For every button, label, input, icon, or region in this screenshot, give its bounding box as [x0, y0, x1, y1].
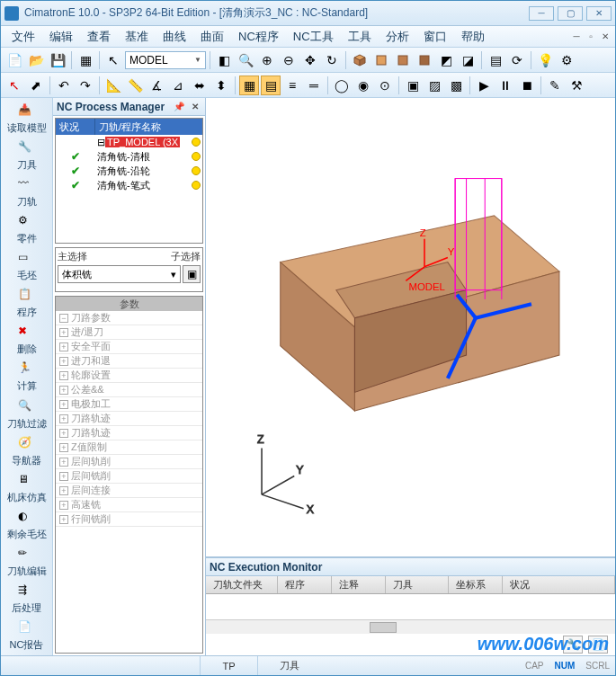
- minimize-button[interactable]: ─: [529, 6, 554, 21]
- measure5-icon[interactable]: ⬌: [190, 76, 210, 95]
- sidebar-calc[interactable]: 🏃计算: [4, 360, 49, 395]
- gear-icon[interactable]: ⚙: [557, 50, 576, 70]
- arrow-select-icon[interactable]: ↖: [4, 76, 24, 95]
- exec-col-status[interactable]: 状况: [503, 576, 615, 593]
- param-row[interactable]: +进/退刀: [56, 325, 202, 340]
- save-button[interactable]: 💾: [48, 50, 67, 70]
- tool2-icon[interactable]: ⚒: [567, 76, 586, 95]
- tool1-icon[interactable]: ✎: [545, 76, 565, 95]
- redo-icon[interactable]: ↷: [76, 76, 95, 95]
- sidebar-nc-report[interactable]: 📄NC报告: [4, 618, 49, 654]
- display3-icon[interactable]: ▩: [446, 76, 466, 95]
- param-row[interactable]: +Z值限制: [56, 440, 202, 455]
- menu-nc-program[interactable]: NC程序: [231, 27, 286, 47]
- panel-close-icon[interactable]: ✕: [189, 101, 201, 113]
- param-row[interactable]: +高速铣: [56, 498, 202, 512]
- proc-row[interactable]: ✔ 清角铣-清根: [56, 149, 202, 164]
- measure3-icon[interactable]: ∡: [147, 76, 166, 95]
- proc-col-name[interactable]: 刀轨/程序名称: [95, 119, 202, 135]
- cube-front-icon[interactable]: [371, 50, 391, 70]
- exec-col-tool[interactable]: 刀具: [386, 576, 449, 593]
- param-row[interactable]: +安全平面: [56, 340, 202, 354]
- inner-restore-button[interactable]: ▫: [585, 31, 597, 43]
- zoom-out-icon[interactable]: ⊖: [279, 50, 299, 70]
- exec-action1-button[interactable]: 🔧: [563, 636, 583, 654]
- cube-top-icon[interactable]: [415, 50, 434, 70]
- 3d-viewport[interactable]: Z Y MODEL Z Y X: [206, 98, 615, 556]
- sidebar-part[interactable]: ⚙零件: [4, 212, 49, 247]
- layer4-icon[interactable]: ═: [304, 76, 324, 95]
- pan-icon[interactable]: ✥: [300, 50, 320, 70]
- menu-datum[interactable]: 基准: [118, 27, 156, 47]
- menu-view[interactable]: 查看: [80, 27, 118, 47]
- node1-icon[interactable]: ◯: [332, 76, 352, 95]
- param-row[interactable]: +层间轨削: [56, 455, 202, 469]
- grid-icon[interactable]: ▦: [76, 50, 95, 70]
- measure6-icon[interactable]: ⬍: [211, 76, 231, 95]
- measure2-icon[interactable]: 📏: [125, 76, 145, 95]
- rotate-icon[interactable]: ↻: [322, 50, 342, 70]
- display2-icon[interactable]: ▨: [424, 76, 444, 95]
- node3-icon[interactable]: ⊙: [375, 76, 395, 95]
- cube-side-icon[interactable]: [393, 50, 413, 70]
- open-button[interactable]: 📂: [26, 50, 46, 70]
- sim1-icon[interactable]: ▶: [474, 76, 494, 95]
- menu-help[interactable]: 帮助: [454, 27, 492, 47]
- param-row[interactable]: +层间连接: [56, 484, 202, 498]
- sidebar-postprocess[interactable]: ⇶后处理: [4, 582, 49, 617]
- process-list[interactable]: 状况 刀轨/程序名称 ⊟ TP_MODEL (3X ✔ 清角铣-清根 ✔: [55, 118, 203, 244]
- sidebar-toolpath[interactable]: 〰刀轨: [4, 175, 49, 210]
- exec-scrollbar[interactable]: [206, 619, 615, 634]
- sidebar-stock[interactable]: ▭毛坯: [4, 249, 49, 284]
- proc-row[interactable]: ✔ 清角铣-沿轮: [56, 164, 202, 178]
- pick-icon[interactable]: ↖: [103, 50, 123, 70]
- proc-col-status[interactable]: 状况: [56, 119, 95, 135]
- bulb-icon[interactable]: 💡: [535, 50, 555, 70]
- zoom-fit-icon[interactable]: 🔍: [236, 50, 255, 70]
- exec-col-folder[interactable]: 刀轨文件夹: [206, 576, 278, 593]
- cube-alt1-icon[interactable]: ◩: [436, 50, 456, 70]
- model-dropdown[interactable]: MODEL ▼: [125, 51, 206, 69]
- node2-icon[interactable]: ◉: [353, 76, 373, 95]
- exec-col-ucs[interactable]: 坐标系: [449, 576, 503, 593]
- exec-col-comment[interactable]: 注释: [332, 576, 386, 593]
- param-row[interactable]: +轮廓设置: [56, 369, 202, 383]
- inner-minimize-button[interactable]: ─: [570, 31, 583, 43]
- param-row[interactable]: +进刀和退: [56, 354, 202, 369]
- maximize-button[interactable]: ▢: [558, 6, 583, 21]
- display1-icon[interactable]: ▣: [403, 76, 423, 95]
- refresh-icon[interactable]: ⟳: [507, 50, 527, 70]
- layer2-icon[interactable]: ▤: [261, 76, 281, 95]
- measure1-icon[interactable]: 📐: [103, 76, 123, 95]
- measure4-icon[interactable]: ⊿: [168, 76, 188, 95]
- sidebar-edit-path[interactable]: ✏刀轨编辑: [4, 545, 49, 580]
- menu-analyze[interactable]: 分析: [379, 27, 416, 47]
- view1-icon[interactable]: ◧: [214, 50, 234, 70]
- zoom-in-icon[interactable]: ⊕: [257, 50, 277, 70]
- pin-icon[interactable]: 📌: [173, 101, 185, 113]
- cube-iso-icon[interactable]: [350, 50, 370, 70]
- exec-body[interactable]: [206, 594, 615, 619]
- sidebar-filter[interactable]: 🔍刀轨过滤: [4, 397, 49, 432]
- exec-col-program[interactable]: 程序: [278, 576, 332, 593]
- sidebar-rest-stock[interactable]: ◐剩余毛坯: [4, 508, 49, 543]
- menu-window[interactable]: 窗口: [416, 27, 454, 47]
- arrow2-icon[interactable]: ⬈: [26, 76, 46, 95]
- param-row[interactable]: +刀路轨迹: [56, 412, 202, 426]
- sim3-icon[interactable]: ⏹: [517, 76, 537, 95]
- strategy-dropdown[interactable]: 体积铣 ▾: [58, 265, 181, 283]
- exec-action2-button[interactable]: 📄: [588, 636, 608, 654]
- list-icon[interactable]: ▤: [486, 50, 505, 70]
- menu-curve[interactable]: 曲线: [156, 27, 193, 47]
- layer3-icon[interactable]: ≡: [282, 76, 302, 95]
- menu-file[interactable]: 文件: [4, 27, 42, 47]
- sidebar-tool[interactable]: 🔧刀具: [4, 138, 49, 173]
- menu-nc-tool[interactable]: NC工具: [286, 27, 341, 47]
- param-row[interactable]: +公差&&: [56, 383, 202, 397]
- proc-row[interactable]: ✔ 清角铣-笔式: [56, 178, 202, 192]
- sim2-icon[interactable]: ⏸: [495, 76, 515, 95]
- sidebar-navigator[interactable]: 🧭导航器: [4, 434, 49, 469]
- sidebar-program[interactable]: 📋程序: [4, 286, 49, 321]
- close-button[interactable]: ✕: [586, 6, 612, 21]
- menu-surface[interactable]: 曲面: [193, 27, 231, 47]
